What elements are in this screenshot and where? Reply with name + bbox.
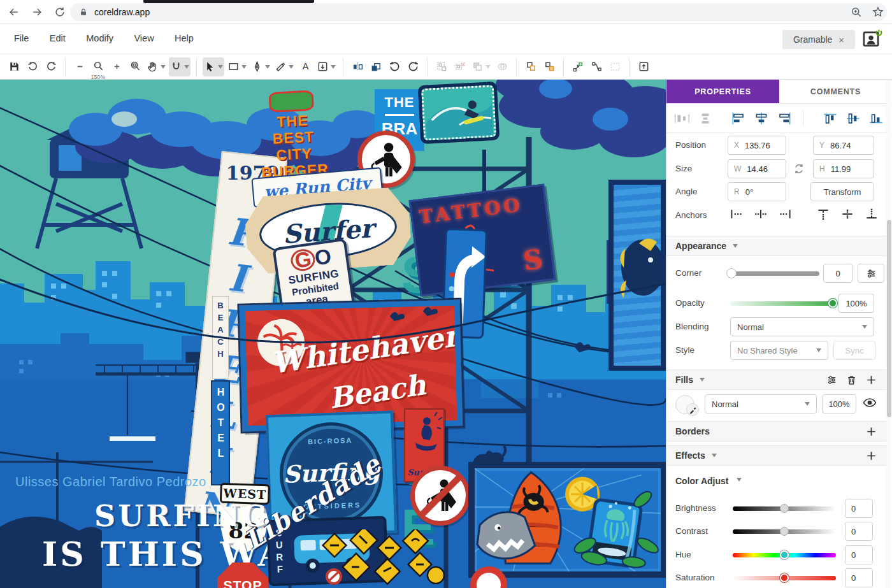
duplicate-tool[interactable] bbox=[522, 57, 539, 76]
rectangle-tool[interactable] bbox=[226, 57, 248, 76]
fill-blend-dropdown[interactable]: Normal bbox=[705, 394, 817, 413]
beach-banner-sign[interactable]: BEACH bbox=[212, 296, 229, 379]
align-left-icon[interactable] bbox=[729, 111, 748, 126]
zoom-in-tool[interactable] bbox=[108, 57, 125, 76]
rotate-cw-tool[interactable] bbox=[405, 57, 421, 76]
size-w-field[interactable]: W 14.46 bbox=[728, 159, 786, 178]
dropdown-caret-icon[interactable] bbox=[161, 65, 166, 69]
corner-value-field[interactable]: 0 bbox=[823, 264, 852, 283]
contrast-slider-handle[interactable] bbox=[780, 527, 789, 536]
back-icon[interactable] bbox=[6, 4, 22, 20]
dropdown-caret-icon[interactable] bbox=[331, 65, 336, 69]
flip-tool[interactable] bbox=[349, 57, 366, 76]
angle-field[interactable]: R 0° bbox=[728, 182, 786, 201]
export-tool[interactable] bbox=[635, 57, 652, 76]
close-icon[interactable]: × bbox=[838, 34, 844, 45]
connector-tool[interactable] bbox=[588, 57, 605, 76]
align-center-horizontal-icon[interactable] bbox=[752, 111, 771, 126]
add-fill-icon[interactable] bbox=[865, 374, 877, 386]
surfer-photo-sign[interactable] bbox=[418, 82, 500, 144]
position-y-field[interactable]: Y 86.74 bbox=[813, 136, 874, 155]
hotel-sign[interactable]: HOTEL bbox=[211, 380, 230, 485]
fill-visibility-icon[interactable] bbox=[863, 398, 877, 407]
url-text[interactable]: coreldraw.app bbox=[94, 7, 150, 17]
import-tool[interactable] bbox=[315, 57, 337, 76]
warning-signs-cluster[interactable] bbox=[317, 529, 451, 588]
fill-opacity-field[interactable]: 100% bbox=[822, 394, 856, 413]
add-border-icon[interactable] bbox=[865, 426, 877, 438]
text-tool[interactable]: A bbox=[297, 57, 313, 76]
opacity-value-field[interactable]: 100% bbox=[838, 294, 874, 313]
brightness-slider-handle[interactable] bbox=[780, 504, 789, 513]
transform-button[interactable]: Transform bbox=[810, 182, 874, 201]
hue-slider-handle[interactable] bbox=[780, 550, 789, 559]
tab-comments[interactable]: COMMENTS bbox=[779, 80, 892, 103]
drawing-canvas[interactable]: 1979 PIPELINE BEACH HOTEL THE BEST CITY … bbox=[0, 80, 666, 588]
anchor-bottom-icon[interactable] bbox=[864, 208, 879, 220]
burger-neon-sign[interactable]: THE BEST CITY BURGER bbox=[255, 89, 330, 181]
menu-modify[interactable]: Modify bbox=[86, 33, 113, 43]
corner-slider-handle[interactable] bbox=[726, 268, 737, 278]
dropdown-caret-icon[interactable] bbox=[486, 65, 491, 69]
dropdown-caret-icon[interactable] bbox=[289, 65, 294, 69]
align-top-icon[interactable] bbox=[821, 111, 840, 126]
anchor-left-icon[interactable] bbox=[729, 208, 744, 220]
panel-scrollbar-thumb[interactable] bbox=[887, 220, 891, 417]
document-tab[interactable]: Gramable × bbox=[782, 30, 855, 49]
hue-value-field[interactable]: 0 bbox=[845, 545, 873, 564]
anchor-top-icon[interactable] bbox=[816, 208, 831, 220]
size-h-field[interactable]: H 11.99 bbox=[813, 159, 874, 178]
opacity-slider[interactable] bbox=[730, 301, 834, 306]
zoom-out-tool[interactable] bbox=[71, 57, 88, 76]
no-surfing-round-sign-2[interactable] bbox=[410, 466, 470, 526]
knife-tool[interactable] bbox=[273, 57, 295, 76]
align-right-icon[interactable] bbox=[775, 111, 794, 126]
menu-edit[interactable]: Edit bbox=[50, 33, 66, 43]
clone-tool[interactable] bbox=[541, 57, 558, 76]
appearance-collapse-icon[interactable] bbox=[733, 244, 738, 248]
saturation-slider-handle[interactable] bbox=[780, 573, 789, 582]
color-adjust-collapse-icon[interactable] bbox=[737, 478, 742, 482]
fish-billboard-sign[interactable] bbox=[608, 180, 666, 371]
menu-view[interactable]: View bbox=[134, 33, 154, 43]
anchor-right-icon[interactable] bbox=[777, 208, 793, 220]
pan-tool[interactable] bbox=[145, 57, 167, 76]
menu-help[interactable]: Help bbox=[175, 33, 194, 43]
snap-magnet-tool[interactable] bbox=[169, 57, 191, 76]
lock-aspect-ratio-icon[interactable] bbox=[793, 162, 805, 175]
dropdown-caret-icon[interactable] bbox=[184, 65, 189, 69]
order-tool[interactable] bbox=[368, 57, 384, 76]
tab-properties[interactable]: PROPERTIES bbox=[666, 80, 779, 103]
pen-tool[interactable] bbox=[250, 57, 271, 76]
dropdown-caret-icon[interactable] bbox=[241, 65, 247, 69]
undo-tool[interactable] bbox=[24, 57, 41, 76]
user-avatar-icon[interactable] bbox=[861, 27, 883, 49]
redo-tool[interactable] bbox=[43, 57, 59, 76]
corner-options-button[interactable] bbox=[858, 264, 884, 283]
opacity-slider-handle[interactable] bbox=[828, 299, 837, 308]
dropdown-caret-icon[interactable] bbox=[218, 65, 223, 69]
brightness-value-field[interactable]: 0 bbox=[845, 499, 873, 518]
windsurf-billboard[interactable] bbox=[468, 462, 666, 578]
delete-fill-icon[interactable] bbox=[845, 374, 858, 386]
fill-options-icon[interactable] bbox=[826, 374, 838, 386]
bookmark-star-icon[interactable] bbox=[872, 6, 884, 18]
dropdown-caret-icon[interactable] bbox=[265, 65, 270, 69]
fill-color-swatch[interactable] bbox=[675, 395, 694, 414]
anchor-middle-icon[interactable] bbox=[840, 208, 855, 220]
eyedropper-icon[interactable] bbox=[686, 403, 699, 416]
address-bar[interactable]: coreldraw.app bbox=[70, 3, 887, 21]
style-dropdown[interactable]: No Shared Style bbox=[730, 341, 828, 360]
saturation-value-field[interactable]: 0 bbox=[845, 568, 873, 587]
menu-file[interactable]: File bbox=[14, 33, 29, 43]
save-tool[interactable] bbox=[6, 57, 22, 76]
position-x-field[interactable]: X 135.76 bbox=[728, 136, 786, 155]
effects-collapse-icon[interactable] bbox=[712, 454, 717, 457]
align-bottom-icon[interactable] bbox=[867, 111, 886, 126]
contrast-value-field[interactable]: 0 bbox=[845, 522, 873, 541]
pick-tool[interactable] bbox=[203, 57, 224, 76]
anchor-center-icon[interactable] bbox=[753, 208, 768, 220]
add-effect-icon[interactable] bbox=[865, 450, 877, 462]
zoom-area-tool[interactable] bbox=[127, 57, 143, 76]
fills-collapse-icon[interactable] bbox=[700, 378, 705, 382]
